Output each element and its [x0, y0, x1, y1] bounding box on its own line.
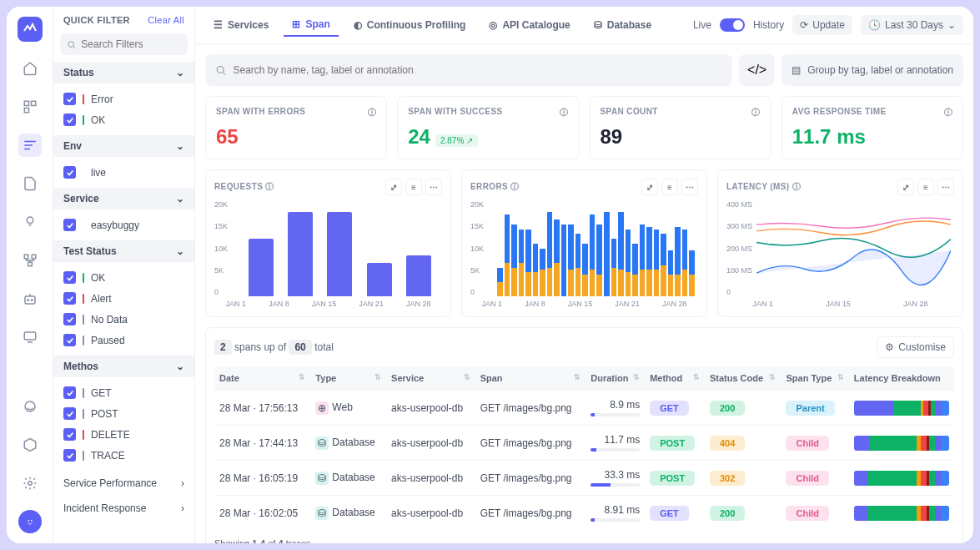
filter-section-status[interactable]: Status⌄	[53, 62, 194, 83]
filter-icon[interactable]: ≡	[661, 179, 678, 195]
more-icon[interactable]: ⋯	[937, 179, 954, 195]
info-icon[interactable]: ⓘ	[560, 107, 568, 119]
nav-cube-icon[interactable]	[18, 433, 42, 457]
sort-icon[interactable]: ⇅	[574, 373, 580, 381]
code-button[interactable]: </>	[739, 54, 775, 86]
column-header[interactable]: Method⇅	[645, 366, 705, 391]
column-header[interactable]: Status Code⇅	[705, 366, 781, 391]
info-icon[interactable]: ⓘ	[510, 182, 519, 191]
column-header[interactable]: Latency Breakdown	[849, 366, 954, 391]
live-label: Live	[693, 19, 711, 31]
filter-check[interactable]: POST	[57, 403, 191, 424]
tab-services[interactable]: ☰Services	[205, 14, 277, 36]
tab-database[interactable]: ⛁Database	[585, 14, 660, 36]
more-icon[interactable]: ⋯	[681, 179, 698, 195]
filter-check[interactable]: No Data	[57, 309, 191, 330]
info-icon[interactable]: ⓘ	[944, 107, 952, 119]
expand-icon[interactable]: ⤢	[385, 179, 402, 195]
update-button[interactable]: ⟳Update	[792, 15, 852, 35]
filter-check[interactable]: OK	[57, 109, 191, 130]
column-header[interactable]: Span Type⇅	[781, 366, 848, 391]
nav-node-icon[interactable]	[18, 249, 42, 272]
filter-check[interactable]: DELETE	[57, 424, 191, 445]
sort-icon[interactable]: ⇅	[693, 373, 700, 381]
column-header[interactable]: Type⇅	[310, 366, 386, 391]
sort-icon[interactable]: ⇅	[633, 373, 640, 381]
tab-api[interactable]: ◎API Catalogue	[480, 14, 578, 36]
nav-gear-icon[interactable]	[18, 472, 42, 495]
filter-check[interactable]: live	[57, 162, 191, 183]
method-pill: GET	[650, 401, 689, 416]
group-by-button[interactable]: ▤Group by tag, label or annotation	[781, 54, 963, 86]
checkbox-icon	[63, 219, 76, 231]
filter-check[interactable]: Paused	[57, 330, 191, 351]
filter-icon[interactable]: ≡	[917, 179, 934, 195]
method-pill: POST	[650, 436, 695, 451]
column-header[interactable]: Date⇅	[214, 366, 310, 391]
tab-span[interactable]: ⊞Span	[284, 13, 338, 37]
nav-home-icon[interactable]	[18, 57, 42, 80]
stat-span-count: SPAN COUNTⓘ 89	[590, 96, 771, 159]
span-type-pill: Child	[786, 471, 829, 486]
nav-monitor-icon[interactable]	[18, 325, 42, 349]
column-header[interactable]: Span⇅	[475, 366, 586, 391]
grid-icon: ⊞	[292, 18, 300, 30]
checkbox-icon	[63, 166, 76, 179]
filter-section-service[interactable]: Service⌄	[53, 188, 194, 209]
pct-badge: 2.87% ↗	[435, 134, 478, 147]
info-icon[interactable]: ⓘ	[368, 107, 376, 119]
main-search[interactable]	[205, 54, 732, 86]
info-icon[interactable]: ⓘ	[792, 182, 801, 191]
table-row[interactable]: 28 Mar · 17:44:13 ⛁Database aks-userpool…	[214, 426, 954, 461]
filter-search[interactable]	[60, 33, 188, 55]
sidebar-link[interactable]: Incident Response›	[53, 496, 194, 521]
filter-check[interactable]: Alert	[57, 288, 191, 309]
group-icon: ▤	[792, 64, 801, 76]
info-icon[interactable]: ⓘ	[751, 107, 760, 119]
table-row[interactable]: 28 Mar · 17:56:13 ⊕Web aks-userpool-db G…	[214, 391, 954, 426]
filter-check[interactable]: GET	[57, 382, 191, 403]
checkbox-icon	[63, 407, 76, 420]
date-range-button[interactable]: 🕓Last 30 Days⌄	[861, 15, 963, 35]
nav-support-icon[interactable]	[18, 395, 42, 418]
filter-section-env[interactable]: Env⌄	[53, 135, 194, 157]
table-row[interactable]: 28 Mar · 16:02:05 ⛁Database aks-userpool…	[214, 496, 954, 531]
filter-section-test[interactable]: Test Status⌄	[53, 240, 194, 262]
customise-button[interactable]: ⚙Customise	[877, 336, 954, 358]
tab-profiling[interactable]: ◐Continuous Profiling	[345, 14, 475, 36]
nav-span-icon[interactable]	[18, 134, 42, 157]
table-row[interactable]: 28 Mar · 16:05:19 ⛁Database aks-userpool…	[214, 461, 954, 496]
filter-search-input[interactable]	[81, 38, 181, 50]
nav-file-icon[interactable]	[18, 172, 42, 195]
database-icon: ⛁	[315, 436, 329, 450]
avatar[interactable]	[18, 510, 42, 533]
live-toggle[interactable]	[720, 18, 745, 32]
main-search-input[interactable]	[234, 64, 723, 76]
filter-check[interactable]: Error	[57, 88, 191, 109]
filter-check[interactable]: easybuggy	[57, 214, 191, 235]
filter-icon[interactable]: ≡	[405, 179, 422, 195]
sort-icon[interactable]: ⇅	[769, 373, 776, 381]
clear-all-button[interactable]: Clear All	[148, 15, 184, 25]
more-icon[interactable]: ⋯	[425, 179, 442, 195]
svg-point-6	[27, 217, 33, 224]
expand-icon[interactable]: ⤢	[897, 179, 914, 195]
sort-icon[interactable]: ⇅	[299, 373, 305, 381]
svg-point-17	[30, 520, 32, 522]
column-header[interactable]: Duration⇅	[585, 366, 645, 391]
sort-icon[interactable]: ⇅	[464, 373, 470, 381]
filter-check[interactable]: TRACE	[57, 445, 191, 466]
sort-icon[interactable]: ⇅	[837, 373, 844, 381]
filter-section-method[interactable]: Methos⌄	[53, 356, 194, 377]
sidebar-link[interactable]: Service Performance›	[53, 471, 194, 496]
svg-point-11	[28, 300, 29, 301]
expand-icon[interactable]: ⤢	[641, 179, 658, 195]
column-header[interactable]: Service⇅	[386, 366, 475, 391]
filter-check[interactable]: OK	[57, 267, 191, 288]
app-logo	[18, 17, 43, 42]
nav-bulb-icon[interactable]	[18, 210, 42, 234]
nav-bot-icon[interactable]	[18, 287, 42, 310]
sort-icon[interactable]: ⇅	[374, 373, 381, 381]
nav-apps-icon[interactable]	[18, 95, 42, 119]
info-icon[interactable]: ⓘ	[265, 182, 274, 191]
